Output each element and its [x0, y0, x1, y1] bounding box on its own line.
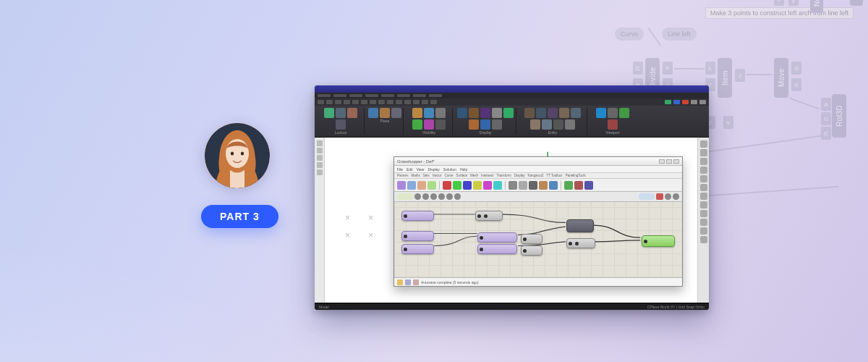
grid-marks: ×××× — [345, 213, 381, 240]
gh-canvas — [394, 202, 682, 277]
quick-access-toolbar — [315, 98, 709, 106]
part-badge: PART 3 — [201, 205, 278, 228]
bg-node-r: R — [850, 0, 863, 6]
gh-titlebar: Grasshopper - Def* — [394, 157, 682, 166]
bg-tooltip: Make 3 points to construct left arch fro… — [705, 7, 854, 19]
bg-node-item: Item — [718, 58, 732, 98]
grasshopper-window: Grasshopper - Def* FileEditViewDisplaySo… — [393, 156, 683, 287]
gh-status-text: Autosave complete (5 seconds ago) — [421, 280, 479, 285]
app-window: Lookup Plane Visibility Display Entity V… — [315, 85, 709, 310]
bg-node-rot3d: Rot3D — [832, 94, 846, 138]
gh-title-text: Grasshopper - Def* — [397, 159, 435, 164]
bg-node-neg: Neg — [810, 0, 823, 13]
gh-canvas-toolbar — [394, 192, 682, 202]
model-view: ×××× Grasshopper - Def* FileEditViewDisp… — [325, 138, 697, 303]
statusbar-left: Model — [319, 305, 329, 309]
titlebar — [315, 85, 709, 93]
gh-component-tabs: ParamsMathsSetsVectorCurveSurfaceMeshInt… — [394, 173, 682, 179]
ribbon: Lookup Plane Visibility Display Entity V… — [315, 106, 709, 138]
svg-point-3 — [231, 151, 234, 155]
bg-pill-lineleft: Line left — [662, 28, 697, 41]
gh-menubar: FileEditViewDisplaySolutionHelp — [394, 166, 682, 173]
viewport: ×××× Grasshopper - Def* FileEditViewDisp… — [315, 138, 709, 303]
right-toolbar — [697, 138, 709, 303]
statusbar: Model CPlane World XY | Grid Snap Ortho — [315, 303, 709, 310]
app-menubar — [315, 93, 709, 98]
avatar — [205, 123, 270, 188]
left-toolbar — [315, 138, 325, 303]
statusbar-right: CPlane World XY | Grid Snap Ortho — [647, 305, 705, 309]
bg-node-move: Move — [774, 58, 788, 98]
gh-component-palette — [394, 179, 682, 192]
svg-point-4 — [241, 151, 244, 155]
gh-statusbar: Autosave complete (5 seconds ago) — [394, 277, 682, 286]
bg-pill-curve: Curve — [615, 28, 644, 41]
gh-window-buttons — [659, 159, 679, 164]
